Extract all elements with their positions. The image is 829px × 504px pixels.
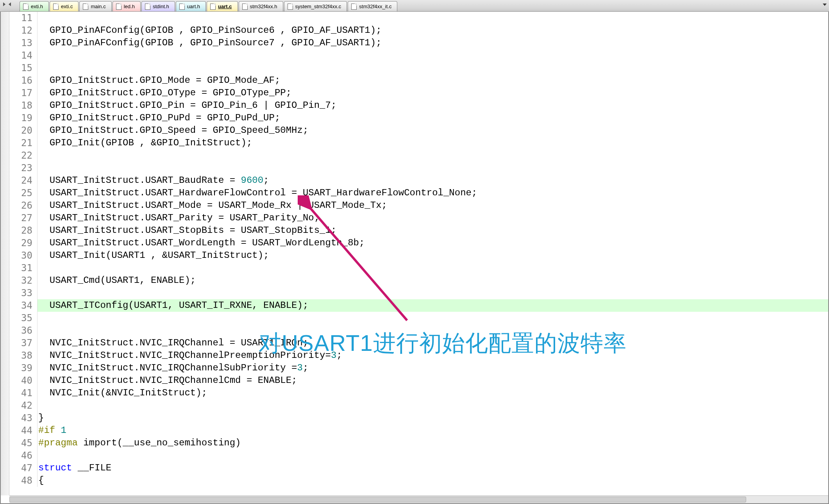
line-number: 35 (9, 312, 38, 324)
line-number: 48 (9, 474, 38, 487)
tab-stm32f4xx-h[interactable]: stm32f4xx.h (239, 1, 283, 11)
file-icon (53, 4, 59, 10)
code-line[interactable]: 35 (9, 312, 828, 324)
code-line[interactable]: 36 (9, 324, 828, 337)
tab-main-c[interactable]: main.c (79, 1, 111, 11)
code-line[interactable]: 29 USART_InitStruct.USART_WordLength = U… (9, 237, 828, 249)
code-line[interactable]: 12 GPIO_PinAFConfig(GPIOB , GPIO_PinSour… (9, 24, 828, 37)
code-line[interactable]: 47struct __FILE (9, 462, 828, 474)
scrollbar-thumb[interactable] (9, 497, 746, 502)
line-number: 20 (9, 124, 38, 137)
code-line[interactable]: 26 USART_InitStruct.USART_Mode = USART_M… (9, 199, 828, 212)
code-line[interactable]: 18 GPIO_InitStruct.GPIO_Pin = GPIO_Pin_6… (9, 99, 828, 112)
tab-uart-c[interactable]: uart.c (207, 1, 238, 11)
folding-margin[interactable] (1, 12, 9, 495)
code-text: USART_InitStruct.USART_HardwareFlowContr… (38, 187, 477, 199)
code-line[interactable]: 13 GPIO_PinAFConfig(GPIOB , GPIO_PinSour… (9, 37, 828, 49)
code-text: USART_InitStruct.USART_StopBits = USART_… (38, 224, 336, 237)
tab-stdint-h[interactable]: stdint.h (141, 1, 175, 11)
code-text (38, 149, 38, 162)
code-text: NVIC_InitStruct.NVIC_IRQChannelSubPriori… (38, 362, 308, 374)
tab-label: main.c (91, 4, 105, 9)
code-line[interactable]: 34 USART_ITConfig(USART1, USART_IT_RXNE,… (9, 299, 828, 312)
tab-uart-h[interactable]: uart.h (176, 1, 206, 11)
line-number: 36 (9, 324, 38, 337)
code-line[interactable]: 45#pragma import(__use_no_semihosting) (9, 437, 828, 449)
line-number: 14 (9, 49, 38, 62)
line-number: 43 (9, 412, 38, 424)
editor-pane: 1112 GPIO_PinAFConfig(GPIOB , GPIO_PinSo… (0, 12, 829, 504)
tab-stm32f4xx_it-c[interactable]: stm32f4xx_it.c (348, 1, 397, 11)
tab-system_stm32f4xx-c[interactable]: system_stm32f4xx.c (284, 1, 347, 11)
code-line[interactable]: 21 GPIO_Init(GPIOB , &GPIO_InitStruct); (9, 137, 828, 149)
tab-exti-c[interactable]: exti.c (50, 1, 79, 11)
code-text: GPIO_InitStruct.GPIO_OType = GPIO_OType_… (38, 87, 291, 99)
code-line[interactable]: 20 GPIO_InitStruct.GPIO_Speed = GPIO_Spe… (9, 124, 828, 137)
code-line[interactable]: 44#if 1 (9, 424, 828, 437)
tab-label: exti.h (31, 4, 43, 9)
code-line[interactable]: 39 NVIC_InitStruct.NVIC_IRQChannelSubPri… (9, 362, 828, 374)
code-text (38, 399, 38, 412)
code-line[interactable]: 30 USART_Init(USART1 , &USART_InitStruct… (9, 249, 828, 262)
line-number: 39 (9, 362, 38, 374)
code-line[interactable]: 24 USART_InitStruct.USART_BaudRate = 960… (9, 174, 828, 187)
line-number: 33 (9, 287, 38, 299)
code-line[interactable]: 11 (9, 12, 828, 24)
code-line[interactable]: 38 NVIC_InitStruct.NVIC_IRQChannelPreemp… (9, 349, 828, 362)
code-text (38, 162, 38, 174)
tab-led-h[interactable]: led.h (113, 1, 141, 11)
line-number: 12 (9, 24, 38, 37)
code-line[interactable]: 43} (9, 412, 828, 424)
file-icon (23, 4, 29, 10)
code-line[interactable]: 25 USART_InitStruct.USART_HardwareFlowCo… (9, 187, 828, 199)
horizontal-scrollbar[interactable] (9, 495, 828, 503)
code-line[interactable]: 23 (9, 162, 828, 174)
code-text: NVIC_Init(&NVIC_InitStruct); (38, 387, 207, 399)
code-line[interactable]: 33 (9, 287, 828, 299)
line-number: 18 (9, 99, 38, 112)
tab-label: led.h (124, 4, 135, 9)
code-line[interactable]: 48{ (9, 474, 828, 487)
code-editor[interactable]: 1112 GPIO_PinAFConfig(GPIOB , GPIO_PinSo… (9, 12, 828, 495)
line-number: 42 (9, 399, 38, 412)
code-line[interactable]: 40 NVIC_InitStruct.NVIC_IRQChannelCmd = … (9, 374, 828, 387)
code-text: GPIO_InitStruct.GPIO_PuPd = GPIO_PuPd_UP… (38, 112, 280, 124)
code-text: USART_InitStruct.USART_BaudRate = 9600; (38, 174, 269, 187)
line-number: 44 (9, 424, 38, 437)
tab-exti-h[interactable]: exti.h (20, 1, 49, 11)
line-number: 37 (9, 337, 38, 349)
line-number: 27 (9, 212, 38, 224)
code-line[interactable]: 37 NVIC_InitStruct.NVIC_IRQChannel = USA… (9, 337, 828, 349)
code-line[interactable]: 42 (9, 399, 828, 412)
code-line[interactable]: 17 GPIO_InitStruct.GPIO_OType = GPIO_OTy… (9, 87, 828, 99)
file-icon (210, 4, 216, 10)
code-text: USART_InitStruct.USART_Mode = USART_Mode… (38, 199, 387, 212)
line-number: 46 (9, 449, 38, 462)
code-line[interactable]: 15 (9, 62, 828, 74)
file-icon (179, 4, 185, 10)
code-line[interactable]: 32 USART_Cmd(USART1, ENABLE); (9, 274, 828, 287)
code-line[interactable]: 14 (9, 49, 828, 62)
line-number: 25 (9, 187, 38, 199)
code-line[interactable]: 31 (9, 262, 828, 274)
code-line[interactable]: 22 (9, 149, 828, 162)
code-text: USART_Cmd(USART1, ENABLE); (38, 274, 196, 287)
code-line[interactable]: 28 USART_InitStruct.USART_StopBits = USA… (9, 224, 828, 237)
code-line[interactable]: 16 GPIO_InitStruct.GPIO_Mode = GPIO_Mode… (9, 74, 828, 87)
line-number: 28 (9, 224, 38, 237)
code-line[interactable]: 19 GPIO_InitStruct.GPIO_PuPd = GPIO_PuPd… (9, 112, 828, 124)
tab-overflow-dropdown[interactable] (823, 4, 827, 6)
tab-label: uart.h (187, 4, 200, 9)
code-line[interactable]: 46 (9, 449, 828, 462)
code-line[interactable]: 27 USART_InitStruct.USART_Parity = USART… (9, 212, 828, 224)
code-text: USART_InitStruct.USART_Parity = USART_Pa… (38, 212, 320, 224)
code-text (38, 449, 38, 462)
line-number: 31 (9, 262, 38, 274)
code-text: GPIO_Init(GPIOB , &GPIO_InitStruct); (38, 137, 252, 149)
code-line[interactable]: 41 NVIC_Init(&NVIC_InitStruct); (9, 387, 828, 399)
tab-label: system_stm32f4xx.c (295, 4, 341, 9)
code-text: #if 1 (38, 424, 66, 437)
file-icon (116, 4, 121, 10)
code-text: USART_InitStruct.USART_WordLength = USAR… (38, 237, 364, 249)
line-number: 30 (9, 249, 38, 262)
